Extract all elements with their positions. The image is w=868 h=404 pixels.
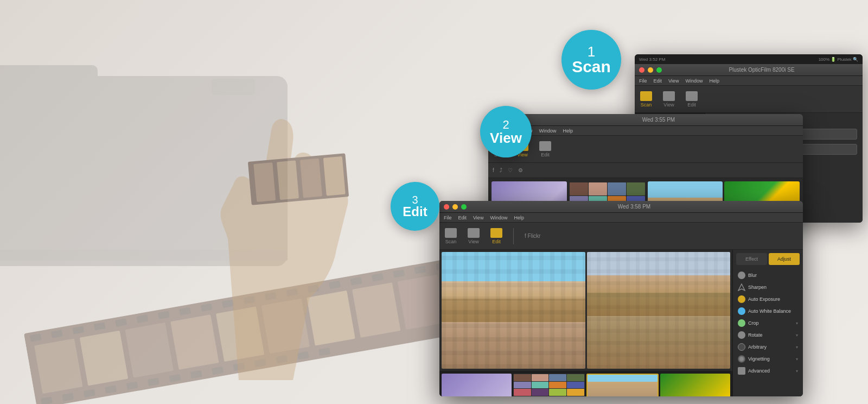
filmstrip-item-1[interactable] xyxy=(442,374,512,396)
edit-maximize-button[interactable] xyxy=(461,204,467,210)
advanced-label: Advanced xyxy=(748,368,793,374)
view-icon xyxy=(663,91,675,101)
edit-scan-tab[interactable]: Scan xyxy=(445,228,457,244)
settings-icon: ⚙ xyxy=(518,167,523,173)
wb-label: Auto White Balance xyxy=(748,308,798,314)
scan-menubar: File Edit View Window Help xyxy=(635,76,863,86)
menu-help[interactable]: Help xyxy=(709,78,719,84)
vignette-icon xyxy=(738,355,745,363)
close-button[interactable] xyxy=(639,67,644,73)
adjust-tab[interactable]: Adjust xyxy=(769,253,800,265)
exposure-item[interactable]: Auto Exposure xyxy=(736,293,800,305)
cc-mini-cell xyxy=(567,389,584,396)
exposure-label: Auto Exposure xyxy=(748,296,798,302)
edit-menu-edit[interactable]: Edit xyxy=(458,215,467,220)
vignette-arrow: ▾ xyxy=(796,357,798,362)
flickr-icon: f Flickr xyxy=(525,233,540,239)
crop-arrow: ▾ xyxy=(796,321,798,326)
window-scan-title: Plustek OpticFilm 8200i SE xyxy=(665,67,858,73)
edit-main-area xyxy=(439,250,732,396)
scan-icon xyxy=(640,91,652,101)
advanced-icon xyxy=(738,367,745,375)
arbitrary-icon xyxy=(738,343,745,351)
cc-mini-cell xyxy=(514,396,531,397)
cc-cell xyxy=(570,182,588,195)
view-menu-help[interactable]: Help xyxy=(563,128,573,134)
filmstrip-item-2[interactable] xyxy=(513,374,584,396)
edit-menu-help[interactable]: Help xyxy=(514,215,524,220)
screenshots-area: Wed 3:52 PM 100% 🔋 Plustek 🔍 Plustek Opt… xyxy=(347,0,868,404)
rotate-item[interactable]: Rotate ▾ xyxy=(736,329,800,341)
share-icon: ⤴ xyxy=(500,167,502,173)
menu-file[interactable]: File xyxy=(639,78,647,84)
advanced-arrow: ▾ xyxy=(796,369,798,374)
edit-edit-tab[interactable]: Edit xyxy=(490,228,502,244)
scan-badge-number: 1 xyxy=(588,45,595,59)
cc-mini-cell xyxy=(549,382,566,389)
cc-mini-cell xyxy=(532,389,549,396)
svg-rect-57 xyxy=(323,156,346,196)
menu-view[interactable]: View xyxy=(668,78,679,84)
svg-rect-1 xyxy=(0,65,98,87)
edit-menubar: File Edit View Window Help xyxy=(439,213,803,223)
menu-edit[interactable]: Edit xyxy=(654,78,662,84)
toolbar-divider xyxy=(513,228,514,244)
blur-item[interactable]: Blur xyxy=(736,269,800,281)
svg-rect-55 xyxy=(277,160,299,200)
edit-menu-window[interactable]: Window xyxy=(490,215,507,220)
rotate-icon xyxy=(738,331,745,339)
cc-mini-cell xyxy=(567,374,584,381)
edit-view-icon xyxy=(468,228,480,238)
minimize-button[interactable] xyxy=(648,67,653,73)
edit-close-button[interactable] xyxy=(444,204,449,210)
arbitrary-item[interactable]: Arbitrary ▾ xyxy=(736,341,800,353)
filmstrip-item-3[interactable] xyxy=(586,374,659,396)
edit-menu-file[interactable]: File xyxy=(444,215,452,220)
filmstrip-item-4[interactable] xyxy=(660,374,730,396)
edit-tab[interactable]: Edit xyxy=(686,91,698,108)
view-tab[interactable]: View xyxy=(663,91,675,108)
edit-minimize-button[interactable] xyxy=(452,204,458,210)
maximize-button[interactable] xyxy=(656,67,662,73)
crop-icon xyxy=(738,319,745,327)
edit-edit-icon xyxy=(490,228,502,238)
cc-mini-cell xyxy=(567,396,584,397)
advanced-item[interactable]: Advanced ▾ xyxy=(736,365,800,377)
wb-icon xyxy=(738,307,745,315)
blur-icon xyxy=(738,272,745,279)
cc-mini-cell xyxy=(549,396,566,397)
edit-image-before xyxy=(442,252,585,369)
heart-icon: ♡ xyxy=(508,167,513,173)
crop-item[interactable]: Crop ▾ xyxy=(736,317,800,329)
scan-tab[interactable]: Scan xyxy=(640,91,652,108)
cc-cell xyxy=(627,182,645,195)
vignette-item[interactable]: Vignetting ▾ xyxy=(736,353,800,365)
wb-item[interactable]: Auto White Balance xyxy=(736,305,800,317)
menu-window[interactable]: Window xyxy=(685,78,703,84)
view-menu-window[interactable]: Window xyxy=(539,128,556,134)
share-button[interactable]: f Flickr xyxy=(525,233,540,239)
edit-panel: Effect Adjust Blur Sharpen Auto Exposure xyxy=(732,250,803,396)
edit-icon xyxy=(686,91,698,101)
svg-marker-60 xyxy=(738,284,745,291)
window-edit: Wed 3:58 PM File Edit View Window Help S… xyxy=(439,201,803,396)
edit-scan-icon xyxy=(445,228,457,238)
svg-rect-30 xyxy=(34,339,82,394)
edit-menu-view[interactable]: View xyxy=(473,215,483,220)
cc-mini-cell xyxy=(532,382,549,389)
scan-tab-label: Scan xyxy=(641,102,652,108)
edit-badge-label: Edit xyxy=(403,205,427,218)
edit-view-label: View xyxy=(468,239,478,244)
sharpen-item[interactable]: Sharpen xyxy=(736,281,800,293)
edit-toolbar: Scan View Edit f Flickr xyxy=(439,223,803,250)
edit-view-tab[interactable]: View xyxy=(468,228,480,244)
cc-mini-cell xyxy=(514,382,531,389)
system-bar: Wed 3:52 PM 100% 🔋 Plustek 🔍 xyxy=(635,54,863,64)
effect-tab[interactable]: Effect xyxy=(736,253,767,265)
flickr-icon: f xyxy=(493,167,494,173)
svg-text:ZENIT: ZENIT xyxy=(11,162,152,217)
view-badge-number: 2 xyxy=(502,119,509,131)
view-edit-tab[interactable]: Edit xyxy=(539,141,551,157)
window-view-title: Wed 3:55 PM xyxy=(519,117,799,123)
edit-badge: 3 Edit xyxy=(391,182,439,231)
